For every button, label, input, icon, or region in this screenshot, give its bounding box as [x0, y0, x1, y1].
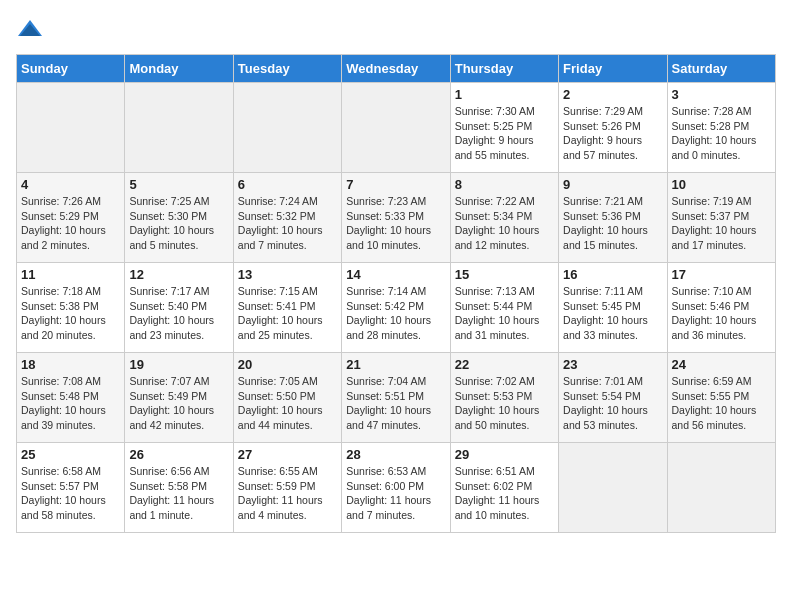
day-number: 16 — [563, 267, 662, 282]
day-cell: 18Sunrise: 7:08 AMSunset: 5:48 PMDayligh… — [17, 353, 125, 443]
day-cell — [17, 83, 125, 173]
day-info: Sunrise: 7:24 AMSunset: 5:32 PMDaylight:… — [238, 194, 337, 253]
day-number: 14 — [346, 267, 445, 282]
day-number: 10 — [672, 177, 771, 192]
day-info: Sunrise: 7:21 AMSunset: 5:36 PMDaylight:… — [563, 194, 662, 253]
day-info: Sunrise: 7:15 AMSunset: 5:41 PMDaylight:… — [238, 284, 337, 343]
day-info: Sunrise: 6:55 AMSunset: 5:59 PMDaylight:… — [238, 464, 337, 523]
day-number: 8 — [455, 177, 554, 192]
day-number: 19 — [129, 357, 228, 372]
day-cell: 9Sunrise: 7:21 AMSunset: 5:36 PMDaylight… — [559, 173, 667, 263]
header-cell-tuesday: Tuesday — [233, 55, 341, 83]
day-cell: 6Sunrise: 7:24 AMSunset: 5:32 PMDaylight… — [233, 173, 341, 263]
day-info: Sunrise: 7:28 AMSunset: 5:28 PMDaylight:… — [672, 104, 771, 163]
day-number: 28 — [346, 447, 445, 462]
day-number: 11 — [21, 267, 120, 282]
day-info: Sunrise: 6:53 AMSunset: 6:00 PMDaylight:… — [346, 464, 445, 523]
day-cell: 19Sunrise: 7:07 AMSunset: 5:49 PMDayligh… — [125, 353, 233, 443]
day-cell: 7Sunrise: 7:23 AMSunset: 5:33 PMDaylight… — [342, 173, 450, 263]
day-info: Sunrise: 7:13 AMSunset: 5:44 PMDaylight:… — [455, 284, 554, 343]
day-info: Sunrise: 7:30 AMSunset: 5:25 PMDaylight:… — [455, 104, 554, 163]
logo-icon — [16, 16, 44, 44]
day-cell: 25Sunrise: 6:58 AMSunset: 5:57 PMDayligh… — [17, 443, 125, 533]
day-cell: 14Sunrise: 7:14 AMSunset: 5:42 PMDayligh… — [342, 263, 450, 353]
day-cell: 3Sunrise: 7:28 AMSunset: 5:28 PMDaylight… — [667, 83, 775, 173]
day-info: Sunrise: 7:08 AMSunset: 5:48 PMDaylight:… — [21, 374, 120, 433]
day-cell: 1Sunrise: 7:30 AMSunset: 5:25 PMDaylight… — [450, 83, 558, 173]
day-info: Sunrise: 7:17 AMSunset: 5:40 PMDaylight:… — [129, 284, 228, 343]
day-cell — [559, 443, 667, 533]
day-info: Sunrise: 7:07 AMSunset: 5:49 PMDaylight:… — [129, 374, 228, 433]
day-number: 7 — [346, 177, 445, 192]
day-cell: 17Sunrise: 7:10 AMSunset: 5:46 PMDayligh… — [667, 263, 775, 353]
header-row: SundayMondayTuesdayWednesdayThursdayFrid… — [17, 55, 776, 83]
day-number: 6 — [238, 177, 337, 192]
day-info: Sunrise: 7:01 AMSunset: 5:54 PMDaylight:… — [563, 374, 662, 433]
week-row-1: 4Sunrise: 7:26 AMSunset: 5:29 PMDaylight… — [17, 173, 776, 263]
day-info: Sunrise: 7:26 AMSunset: 5:29 PMDaylight:… — [21, 194, 120, 253]
day-number: 29 — [455, 447, 554, 462]
day-cell: 27Sunrise: 6:55 AMSunset: 5:59 PMDayligh… — [233, 443, 341, 533]
day-cell: 22Sunrise: 7:02 AMSunset: 5:53 PMDayligh… — [450, 353, 558, 443]
day-number: 25 — [21, 447, 120, 462]
header-cell-monday: Monday — [125, 55, 233, 83]
calendar-body: 1Sunrise: 7:30 AMSunset: 5:25 PMDaylight… — [17, 83, 776, 533]
day-cell — [342, 83, 450, 173]
logo — [16, 16, 48, 44]
day-number: 2 — [563, 87, 662, 102]
day-cell: 13Sunrise: 7:15 AMSunset: 5:41 PMDayligh… — [233, 263, 341, 353]
day-cell: 5Sunrise: 7:25 AMSunset: 5:30 PMDaylight… — [125, 173, 233, 263]
day-number: 1 — [455, 87, 554, 102]
day-info: Sunrise: 7:22 AMSunset: 5:34 PMDaylight:… — [455, 194, 554, 253]
day-number: 15 — [455, 267, 554, 282]
calendar-table: SundayMondayTuesdayWednesdayThursdayFrid… — [16, 54, 776, 533]
day-number: 12 — [129, 267, 228, 282]
day-number: 13 — [238, 267, 337, 282]
day-number: 24 — [672, 357, 771, 372]
day-info: Sunrise: 7:19 AMSunset: 5:37 PMDaylight:… — [672, 194, 771, 253]
day-cell: 24Sunrise: 6:59 AMSunset: 5:55 PMDayligh… — [667, 353, 775, 443]
day-info: Sunrise: 7:11 AMSunset: 5:45 PMDaylight:… — [563, 284, 662, 343]
day-info: Sunrise: 7:14 AMSunset: 5:42 PMDaylight:… — [346, 284, 445, 343]
day-info: Sunrise: 6:56 AMSunset: 5:58 PMDaylight:… — [129, 464, 228, 523]
day-cell: 15Sunrise: 7:13 AMSunset: 5:44 PMDayligh… — [450, 263, 558, 353]
day-cell: 11Sunrise: 7:18 AMSunset: 5:38 PMDayligh… — [17, 263, 125, 353]
header-cell-wednesday: Wednesday — [342, 55, 450, 83]
day-number: 21 — [346, 357, 445, 372]
day-cell: 21Sunrise: 7:04 AMSunset: 5:51 PMDayligh… — [342, 353, 450, 443]
day-cell: 23Sunrise: 7:01 AMSunset: 5:54 PMDayligh… — [559, 353, 667, 443]
day-number: 18 — [21, 357, 120, 372]
day-number: 3 — [672, 87, 771, 102]
day-info: Sunrise: 6:58 AMSunset: 5:57 PMDaylight:… — [21, 464, 120, 523]
day-number: 5 — [129, 177, 228, 192]
day-cell: 8Sunrise: 7:22 AMSunset: 5:34 PMDaylight… — [450, 173, 558, 263]
day-info: Sunrise: 7:18 AMSunset: 5:38 PMDaylight:… — [21, 284, 120, 343]
day-number: 27 — [238, 447, 337, 462]
calendar-header: SundayMondayTuesdayWednesdayThursdayFrid… — [17, 55, 776, 83]
day-cell: 12Sunrise: 7:17 AMSunset: 5:40 PMDayligh… — [125, 263, 233, 353]
day-number: 22 — [455, 357, 554, 372]
day-cell: 10Sunrise: 7:19 AMSunset: 5:37 PMDayligh… — [667, 173, 775, 263]
week-row-3: 18Sunrise: 7:08 AMSunset: 5:48 PMDayligh… — [17, 353, 776, 443]
day-info: Sunrise: 6:59 AMSunset: 5:55 PMDaylight:… — [672, 374, 771, 433]
day-number: 9 — [563, 177, 662, 192]
day-cell: 26Sunrise: 6:56 AMSunset: 5:58 PMDayligh… — [125, 443, 233, 533]
day-info: Sunrise: 7:04 AMSunset: 5:51 PMDaylight:… — [346, 374, 445, 433]
header-cell-friday: Friday — [559, 55, 667, 83]
header-cell-saturday: Saturday — [667, 55, 775, 83]
day-number: 20 — [238, 357, 337, 372]
day-info: Sunrise: 7:02 AMSunset: 5:53 PMDaylight:… — [455, 374, 554, 433]
day-info: Sunrise: 7:10 AMSunset: 5:46 PMDaylight:… — [672, 284, 771, 343]
week-row-4: 25Sunrise: 6:58 AMSunset: 5:57 PMDayligh… — [17, 443, 776, 533]
day-info: Sunrise: 7:05 AMSunset: 5:50 PMDaylight:… — [238, 374, 337, 433]
header-cell-sunday: Sunday — [17, 55, 125, 83]
day-cell — [125, 83, 233, 173]
week-row-0: 1Sunrise: 7:30 AMSunset: 5:25 PMDaylight… — [17, 83, 776, 173]
day-cell — [667, 443, 775, 533]
day-cell: 29Sunrise: 6:51 AMSunset: 6:02 PMDayligh… — [450, 443, 558, 533]
day-info: Sunrise: 7:29 AMSunset: 5:26 PMDaylight:… — [563, 104, 662, 163]
day-cell: 28Sunrise: 6:53 AMSunset: 6:00 PMDayligh… — [342, 443, 450, 533]
page-header — [16, 16, 776, 44]
day-number: 4 — [21, 177, 120, 192]
day-number: 17 — [672, 267, 771, 282]
